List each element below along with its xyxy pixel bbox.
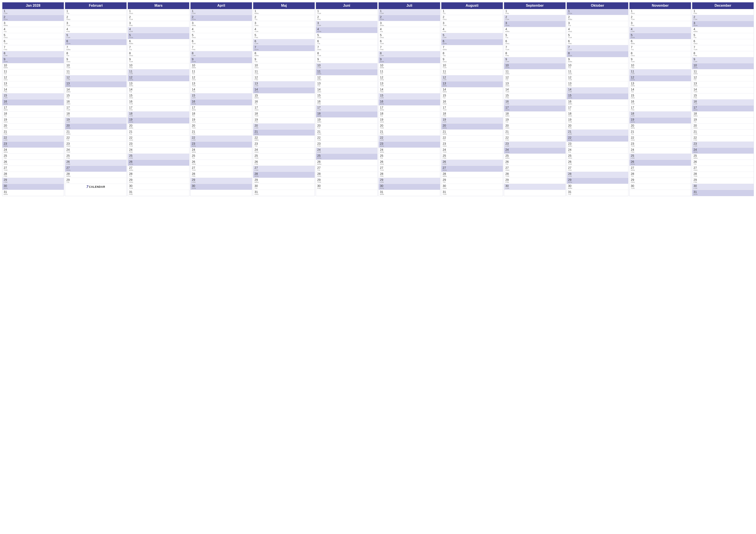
day-number: 2 xyxy=(192,15,251,18)
day-number: 22 xyxy=(317,136,376,139)
day-weekday: FRE xyxy=(568,169,627,171)
day-cell: 14MÅN xyxy=(65,88,126,93)
day-number: 3 xyxy=(67,21,125,25)
day-cell: 27LÖR xyxy=(253,166,315,172)
day-weekday: ONS xyxy=(317,175,376,177)
day-cell: 13TOR xyxy=(379,81,440,88)
day-cell: 2SÖN xyxy=(191,15,252,21)
day-weekday: FRE xyxy=(693,139,752,141)
day-number: 16 xyxy=(129,100,188,103)
day-number: 20 xyxy=(4,124,63,127)
day-number: 12 xyxy=(192,76,251,79)
day-weekday: LÖR xyxy=(129,73,188,75)
day-cell: 25TIS xyxy=(191,154,252,160)
day-number: 2 xyxy=(67,15,125,18)
day-cell: 18TOR xyxy=(253,112,315,117)
day-number: 23 xyxy=(631,142,689,145)
day-number: 19 xyxy=(317,118,376,121)
month-header: Februari xyxy=(65,2,126,9)
day-cell: 15FRE xyxy=(692,93,754,99)
day-weekday: FRE xyxy=(631,67,689,69)
day-cell: 7MÅN xyxy=(65,45,126,51)
day-number: 25 xyxy=(67,154,125,157)
day-cell: 25TIS xyxy=(379,154,440,160)
day-number: 10 xyxy=(380,64,439,67)
month-header: December xyxy=(692,2,754,9)
day-cell: 3MÅN xyxy=(191,21,252,27)
day-number: 23 xyxy=(693,142,752,145)
day-weekday: SÖN xyxy=(505,109,564,111)
day-weekday: MÅN xyxy=(317,79,376,81)
day-number: 3 xyxy=(380,21,439,25)
day-weekday: FRE xyxy=(192,49,251,51)
day-weekday: MÅN xyxy=(192,109,251,111)
day-cell: 5ONS xyxy=(2,33,64,39)
day-number: 14 xyxy=(693,88,752,91)
month-column: Augusti1TIS2ONS3TOR4FRE5LÖR6SÖN7MÅN8TIS9… xyxy=(441,2,503,196)
month-column: September1FRE2LÖR3SÖN4MÅN5TIS6ONS7TOR8FR… xyxy=(504,2,566,196)
day-cell: 13ONS xyxy=(692,81,754,88)
day-weekday: MÅN xyxy=(631,43,689,44)
day-number: 3 xyxy=(317,21,376,25)
day-weekday: ONS xyxy=(4,37,63,38)
day-cell: 23TOR xyxy=(630,142,691,148)
day-weekday: TOR xyxy=(568,79,627,81)
day-cell: 30TOR xyxy=(630,184,691,190)
day-cell: 29FRE xyxy=(692,178,754,184)
day-number: 4 xyxy=(255,28,313,31)
day-weekday: TOR xyxy=(505,133,564,135)
day-cell: 9ONS xyxy=(441,57,503,63)
day-number: 4 xyxy=(317,28,376,31)
day-number: 16 xyxy=(67,100,125,103)
day-weekday: SÖN xyxy=(317,31,376,33)
day-number: 25 xyxy=(4,154,63,157)
day-weekday: TOR xyxy=(380,127,439,129)
day-cell: 6SÖN xyxy=(65,39,126,45)
day-number: 7 xyxy=(505,46,564,49)
day-weekday: FRE xyxy=(4,175,63,177)
day-number: 6 xyxy=(631,39,689,43)
day-number: 23 xyxy=(192,142,251,145)
day-number: 9 xyxy=(192,58,251,61)
day-cell: 25FRE xyxy=(65,154,126,160)
day-number: 16 xyxy=(631,100,689,103)
day-weekday: FRE xyxy=(67,73,125,75)
day-weekday: MÅN xyxy=(192,151,251,153)
day-weekday: SÖN xyxy=(129,164,188,165)
day-cell: 31ONS xyxy=(253,190,315,196)
day-weekday: SÖN xyxy=(4,145,63,147)
day-cell: 27TIS xyxy=(316,166,377,172)
day-number: 12 xyxy=(505,76,564,79)
day-weekday: ONS xyxy=(380,164,439,165)
day-cell: 18ONS xyxy=(567,112,628,117)
day-number: 3 xyxy=(505,21,564,25)
day-number: 14 xyxy=(568,88,627,91)
day-number: 22 xyxy=(631,136,689,139)
day-number: 28 xyxy=(129,172,188,175)
day-weekday: ONS xyxy=(255,151,313,153)
day-cell: 22MÅN xyxy=(253,136,315,142)
day-weekday: TOR xyxy=(129,188,188,189)
day-number: 22 xyxy=(568,136,627,139)
day-cell: 10LÖR xyxy=(316,63,377,69)
day-weekday: FRE xyxy=(505,13,564,14)
day-weekday: MÅN xyxy=(67,91,125,93)
day-cell: 27TOR xyxy=(191,166,252,172)
day-cell: 25LÖR xyxy=(128,154,189,160)
day-cell: 8FRE xyxy=(692,51,754,57)
day-weekday: LÖR xyxy=(505,103,564,105)
days-list: 1TIS2ONS3TOR4FRE5LÖR6SÖN7MÅN8TIS9ONS10TO… xyxy=(441,9,503,196)
day-cell: 2SÖN xyxy=(379,15,440,21)
day-number: 17 xyxy=(192,106,251,109)
day-cell: 25FRE xyxy=(441,154,503,160)
day-weekday: MÅN xyxy=(129,169,188,171)
day-number: 20 xyxy=(568,124,627,127)
month-header: Oktober xyxy=(567,2,628,9)
day-cell: 17MÅN xyxy=(2,106,64,112)
day-number: 25 xyxy=(631,154,689,157)
day-number: 24 xyxy=(568,148,627,151)
day-weekday: FRE xyxy=(443,73,501,75)
day-number: 3 xyxy=(693,21,752,25)
day-cell: 20ONS xyxy=(692,124,754,130)
day-weekday: SÖN xyxy=(129,121,188,123)
